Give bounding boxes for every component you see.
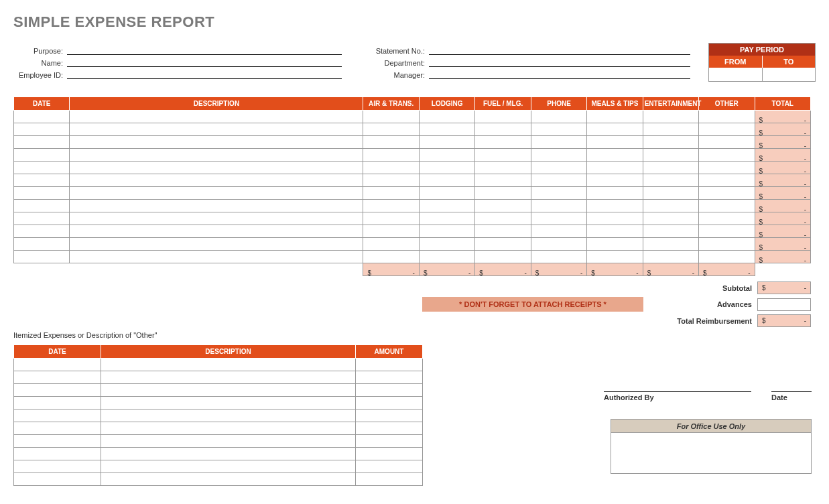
cell-input[interactable] <box>14 136 70 149</box>
cell-input[interactable] <box>363 136 419 149</box>
cell-input[interactable] <box>14 397 101 410</box>
cell-input[interactable] <box>14 435 101 448</box>
cell-input[interactable] <box>356 460 423 473</box>
cell-input[interactable] <box>70 238 363 251</box>
cell-input[interactable] <box>14 225 70 238</box>
advances-input[interactable] <box>757 298 811 311</box>
cell-input[interactable] <box>101 397 356 410</box>
cell-input[interactable] <box>587 212 643 225</box>
cell-input[interactable] <box>475 238 531 251</box>
cell-input[interactable] <box>643 123 698 136</box>
cell-input[interactable] <box>70 251 363 263</box>
cell-input[interactable] <box>643 136 698 149</box>
cell-input[interactable] <box>475 149 531 162</box>
cell-input[interactable] <box>699 149 755 162</box>
cell-input[interactable] <box>14 448 101 460</box>
cell-input[interactable] <box>419 212 474 225</box>
cell-input[interactable] <box>475 111 531 123</box>
cell-input[interactable] <box>475 123 531 136</box>
cell-input[interactable] <box>531 238 586 251</box>
cell-input[interactable] <box>587 187 643 200</box>
cell-input[interactable] <box>531 225 586 238</box>
cell-input[interactable] <box>419 149 474 162</box>
cell-input[interactable] <box>363 111 419 123</box>
cell-input[interactable] <box>419 123 474 136</box>
cell-input[interactable] <box>14 200 70 212</box>
cell-input[interactable] <box>643 238 698 251</box>
cell-input[interactable] <box>356 410 423 422</box>
cell-input[interactable] <box>419 238 474 251</box>
cell-input[interactable] <box>101 410 356 422</box>
cell-input[interactable] <box>14 473 101 486</box>
cell-input[interactable] <box>699 187 755 200</box>
cell-input[interactable] <box>356 435 423 448</box>
cell-input[interactable] <box>643 174 698 187</box>
name-input[interactable] <box>67 56 342 67</box>
cell-input[interactable] <box>419 111 474 123</box>
cell-input[interactable] <box>699 212 755 225</box>
cell-input[interactable] <box>643 111 698 123</box>
pay-to-input[interactable] <box>763 68 816 81</box>
cell-input[interactable] <box>101 448 356 460</box>
cell-input[interactable] <box>643 149 698 162</box>
department-input[interactable] <box>429 56 690 67</box>
cell-input[interactable] <box>531 212 586 225</box>
cell-input[interactable] <box>101 422 356 435</box>
cell-input[interactable] <box>587 200 643 212</box>
cell-input[interactable] <box>363 123 419 136</box>
cell-input[interactable] <box>101 460 356 473</box>
cell-input[interactable] <box>356 448 423 460</box>
cell-input[interactable] <box>587 162 643 174</box>
cell-input[interactable] <box>587 111 643 123</box>
cell-input[interactable] <box>699 136 755 149</box>
cell-input[interactable] <box>475 187 531 200</box>
cell-input[interactable] <box>70 123 363 136</box>
cell-input[interactable] <box>419 162 474 174</box>
cell-input[interactable] <box>70 200 363 212</box>
cell-input[interactable] <box>699 174 755 187</box>
cell-input[interactable] <box>14 111 70 123</box>
cell-input[interactable] <box>699 111 755 123</box>
cell-input[interactable] <box>14 371 101 384</box>
cell-input[interactable] <box>531 136 586 149</box>
cell-input[interactable] <box>419 225 474 238</box>
cell-input[interactable] <box>699 251 755 263</box>
cell-input[interactable] <box>699 162 755 174</box>
cell-input[interactable] <box>475 225 531 238</box>
cell-input[interactable] <box>14 251 70 263</box>
cell-input[interactable] <box>587 149 643 162</box>
cell-input[interactable] <box>531 187 586 200</box>
cell-input[interactable] <box>70 187 363 200</box>
employee-id-input[interactable] <box>67 68 342 79</box>
cell-input[interactable] <box>356 422 423 435</box>
cell-input[interactable] <box>531 174 586 187</box>
cell-input[interactable] <box>14 187 70 200</box>
pay-from-input[interactable] <box>709 68 763 81</box>
purpose-input[interactable] <box>67 44 342 55</box>
cell-input[interactable] <box>14 460 101 473</box>
cell-input[interactable] <box>643 187 698 200</box>
cell-input[interactable] <box>419 136 474 149</box>
cell-input[interactable] <box>356 371 423 384</box>
statement-no-input[interactable] <box>429 44 690 55</box>
cell-input[interactable] <box>531 162 586 174</box>
cell-input[interactable] <box>587 174 643 187</box>
cell-input[interactable] <box>363 200 419 212</box>
cell-input[interactable] <box>531 123 586 136</box>
cell-input[interactable] <box>14 212 70 225</box>
cell-input[interactable] <box>699 225 755 238</box>
cell-input[interactable] <box>363 251 419 263</box>
cell-input[interactable] <box>643 212 698 225</box>
cell-input[interactable] <box>587 225 643 238</box>
cell-input[interactable] <box>587 123 643 136</box>
cell-input[interactable] <box>475 200 531 212</box>
cell-input[interactable] <box>531 200 586 212</box>
cell-input[interactable] <box>587 136 643 149</box>
cell-input[interactable] <box>363 225 419 238</box>
cell-input[interactable] <box>70 149 363 162</box>
cell-input[interactable] <box>475 251 531 263</box>
cell-input[interactable] <box>699 123 755 136</box>
cell-input[interactable] <box>70 212 363 225</box>
cell-input[interactable] <box>419 187 474 200</box>
cell-input[interactable] <box>356 397 423 410</box>
